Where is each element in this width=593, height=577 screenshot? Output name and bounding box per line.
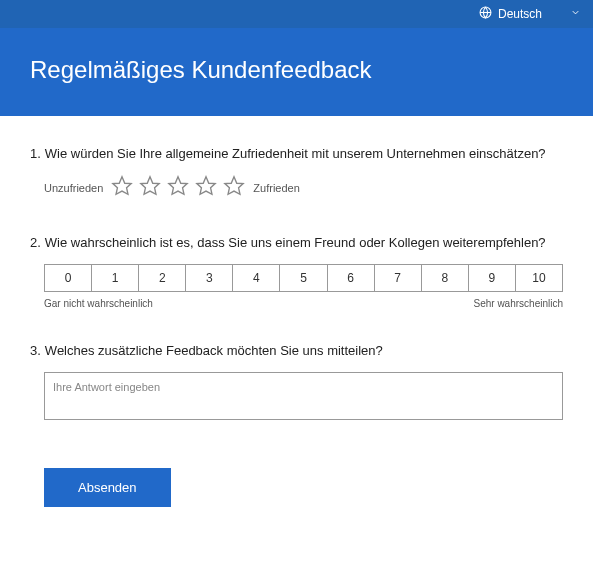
- nps-option[interactable]: 4: [233, 265, 280, 291]
- question-number: 2.: [30, 235, 41, 250]
- nps-option[interactable]: 8: [422, 265, 469, 291]
- nps-option[interactable]: 1: [92, 265, 139, 291]
- svg-marker-4: [169, 177, 187, 194]
- language-bar: Deutsch: [0, 0, 593, 28]
- rating-label-low: Unzufrieden: [44, 182, 103, 194]
- nps-option[interactable]: 0: [45, 265, 92, 291]
- svg-marker-2: [113, 177, 131, 194]
- nps-option[interactable]: 2: [139, 265, 186, 291]
- question-text: Wie würden Sie Ihre allgemeine Zufrieden…: [45, 146, 546, 161]
- star-rating: Unzufrieden Zufrieden: [30, 175, 563, 201]
- nps-option[interactable]: 3: [186, 265, 233, 291]
- star-icon[interactable]: [167, 175, 189, 201]
- question-number: 3.: [30, 343, 41, 358]
- star-icon[interactable]: [195, 175, 217, 201]
- star-icon[interactable]: [223, 175, 245, 201]
- question-text: Welches zusätzliche Feedback möchten Sie…: [45, 343, 383, 358]
- nps-option[interactable]: 10: [516, 265, 562, 291]
- svg-marker-6: [225, 177, 243, 194]
- nps-option[interactable]: 5: [280, 265, 327, 291]
- nps-option[interactable]: 9: [469, 265, 516, 291]
- question-2: 2. Wie wahrscheinlich ist es, dass Sie u…: [30, 235, 563, 309]
- language-selector[interactable]: Deutsch: [475, 4, 585, 24]
- chevron-down-icon: [570, 7, 581, 21]
- nps-scale: 0 1 2 3 4 5 6 7 8 9 10: [44, 264, 563, 292]
- page-title: Regelmäßiges Kundenfeedback: [30, 56, 563, 84]
- question-3: 3. Welches zusätzliche Feedback möchten …: [30, 343, 563, 424]
- header: Regelmäßiges Kundenfeedback: [0, 28, 593, 116]
- star-icon[interactable]: [139, 175, 161, 201]
- svg-marker-3: [141, 177, 159, 194]
- star-icon[interactable]: [111, 175, 133, 201]
- globe-icon: [479, 6, 492, 22]
- nps-option[interactable]: 6: [328, 265, 375, 291]
- feedback-input[interactable]: [44, 372, 563, 420]
- nps-label-high: Sehr wahrscheinlich: [474, 298, 564, 309]
- question-text: Wie wahrscheinlich ist es, dass Sie uns …: [45, 235, 546, 250]
- language-label: Deutsch: [498, 7, 542, 21]
- svg-marker-5: [197, 177, 215, 194]
- question-number: 1.: [30, 146, 41, 161]
- submit-button[interactable]: Absenden: [44, 468, 171, 507]
- rating-label-high: Zufrieden: [253, 182, 299, 194]
- nps-option[interactable]: 7: [375, 265, 422, 291]
- survey-content: 1. Wie würden Sie Ihre allgemeine Zufrie…: [0, 116, 593, 527]
- question-1: 1. Wie würden Sie Ihre allgemeine Zufrie…: [30, 146, 563, 201]
- nps-label-low: Gar nicht wahrscheinlich: [44, 298, 153, 309]
